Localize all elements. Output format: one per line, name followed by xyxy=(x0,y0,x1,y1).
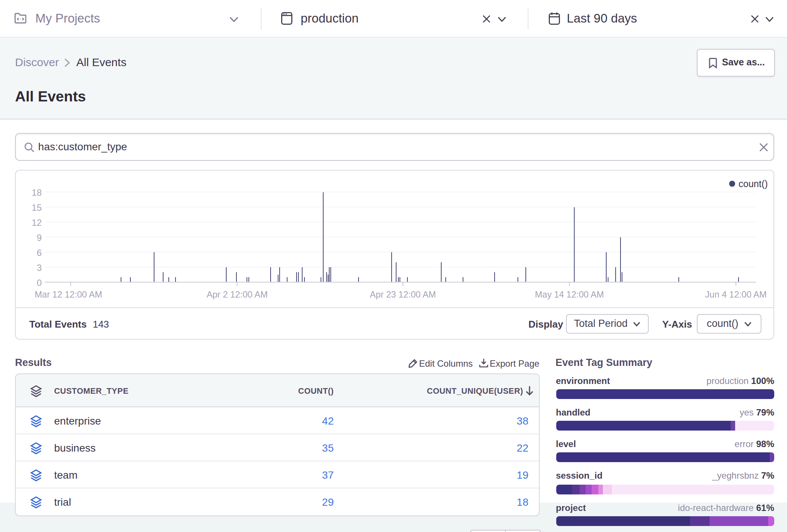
svg-text:3: 3 xyxy=(37,263,42,273)
svg-text:count(): count() xyxy=(739,178,768,189)
svg-text:Mar 12 12:00 AM: Mar 12 12:00 AM xyxy=(35,290,102,299)
svg-text:0: 0 xyxy=(37,278,42,288)
svg-text:18: 18 xyxy=(32,187,42,198)
svg-text:9: 9 xyxy=(37,233,42,243)
svg-text:May 14 12:00 AM: May 14 12:00 AM xyxy=(535,290,604,299)
svg-text:12: 12 xyxy=(32,218,42,228)
svg-text:6: 6 xyxy=(37,248,42,258)
svg-text:15: 15 xyxy=(32,203,42,213)
svg-text:Apr 2 12:00 AM: Apr 2 12:00 AM xyxy=(207,290,268,299)
svg-text:Apr 23 12:00 AM: Apr 23 12:00 AM xyxy=(370,290,436,299)
svg-text:Jun 4 12:00 AM: Jun 4 12:00 AM xyxy=(705,290,767,299)
